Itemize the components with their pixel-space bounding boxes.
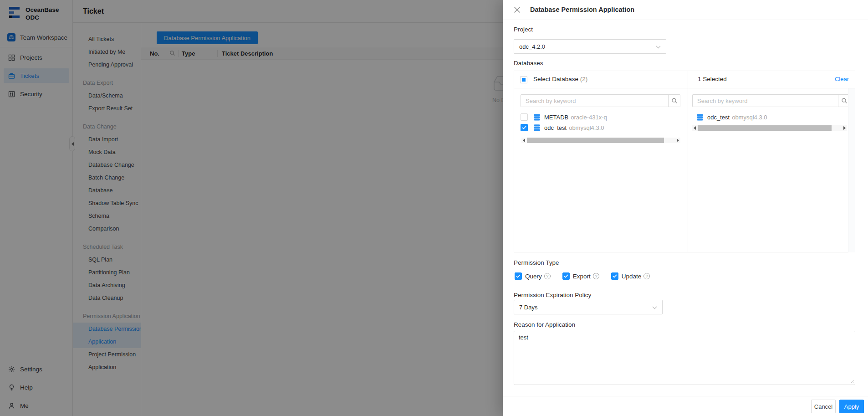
reason-label: Reason for Application [514, 321, 575, 328]
project-select-value: odc_4.2.0 [519, 43, 545, 50]
select-database-title: Select Database (2) [533, 76, 587, 82]
apply-button[interactable]: Apply [839, 400, 864, 413]
project-label: Project [514, 26, 533, 33]
search-icon[interactable] [668, 95, 680, 107]
project-select[interactable]: odc_4.2.0 [514, 39, 666, 54]
database-name: METADB [544, 114, 568, 121]
database-name: odc_test [544, 124, 567, 131]
scroll-left-arrow[interactable] [692, 125, 697, 131]
cancel-button[interactable]: Cancel [811, 400, 836, 413]
question-circle-icon[interactable]: ? [593, 273, 599, 279]
scroll-right-arrow[interactable] [676, 138, 680, 143]
update-checkbox[interactable] [611, 272, 618, 280]
question-circle-icon[interactable]: ? [643, 273, 650, 279]
export-checkbox[interactable] [562, 272, 570, 280]
permission-option-query[interactable]: Query ? [515, 272, 551, 280]
scroll-right-arrow[interactable] [842, 125, 847, 131]
right-search [692, 94, 850, 107]
select-database-count: (2) [580, 76, 588, 82]
question-circle-icon[interactable]: ? [544, 273, 551, 279]
drawer-title: Database Permission Application [530, 0, 634, 20]
chevron-down-icon [652, 304, 657, 311]
permission-type-options: Query ? Export ? Update ? [515, 272, 662, 280]
close-icon[interactable] [514, 6, 521, 14]
database-info: obmysql4.3.0 [732, 114, 767, 121]
drawer-footer: Cancel Apply [503, 396, 868, 416]
permission-option-label: Export [573, 273, 591, 280]
expiration-policy-value: 7 Days [519, 304, 537, 311]
left-search [521, 94, 680, 107]
scrollbar-track[interactable] [697, 125, 842, 131]
select-database-label: Select Database [533, 76, 578, 82]
database-row-metadb[interactable]: METADB oracle-431x-q [521, 112, 607, 122]
database-icon [696, 113, 704, 121]
row-checkbox-unchecked[interactable] [521, 113, 528, 121]
expiration-policy-select[interactable]: 7 Days [514, 300, 663, 314]
drawer-header: Database Permission Application [503, 0, 868, 20]
scrollbar-track[interactable] [526, 138, 676, 143]
permission-option-label: Query [525, 273, 542, 280]
permission-option-label: Update [622, 273, 642, 280]
permission-option-update[interactable]: Update ? [611, 272, 650, 280]
transfer-divider [688, 71, 688, 252]
reason-textarea[interactable]: test [514, 331, 855, 385]
transfer-right-header: 1 Selected Clear [688, 71, 855, 88]
database-icon [533, 124, 541, 131]
scrollbar-thumb[interactable] [527, 138, 664, 143]
database-info: obmysql4.3.0 [569, 124, 604, 131]
database-info: oracle-431x-q [571, 114, 607, 121]
right-vertical-scrollbar[interactable] [848, 88, 855, 252]
permission-type-label: Permission Type [514, 259, 559, 266]
app-root: OceanBase ODC Team Workspace Projects [0, 0, 868, 416]
chevron-down-icon [656, 43, 661, 50]
left-search-input[interactable] [521, 95, 668, 107]
selected-database-row[interactable]: odc_test obmysql4.3.0 [696, 112, 767, 122]
database-row-odc-test[interactable]: odc_test obmysql4.3.0 [521, 123, 604, 133]
row-checkbox-checked[interactable] [521, 124, 528, 131]
permission-option-export[interactable]: Export ? [562, 272, 599, 280]
query-checkbox[interactable] [515, 272, 522, 280]
database-icon [533, 113, 541, 121]
database-permission-application-drawer: Database Permission Application Project … [503, 0, 868, 416]
right-horizontal-scrollbar[interactable] [692, 125, 847, 131]
scrollbar-thumb[interactable] [698, 125, 832, 131]
left-horizontal-scrollbar[interactable] [521, 138, 680, 143]
expiration-policy-label: Permission Expiration Policy [514, 292, 591, 298]
database-transfer: Select Database (2) 1 Selected Clear [514, 71, 855, 252]
right-search-input[interactable] [693, 95, 838, 107]
clear-selection-link[interactable]: Clear [835, 76, 849, 82]
transfer-left-header: Select Database (2) [514, 71, 688, 88]
database-name: odc_test [707, 114, 730, 121]
scroll-left-arrow[interactable] [521, 138, 526, 143]
databases-label: Databases [514, 60, 543, 67]
selected-count-label: 1 Selected [698, 76, 727, 82]
select-all-checkbox[interactable] [520, 76, 527, 83]
